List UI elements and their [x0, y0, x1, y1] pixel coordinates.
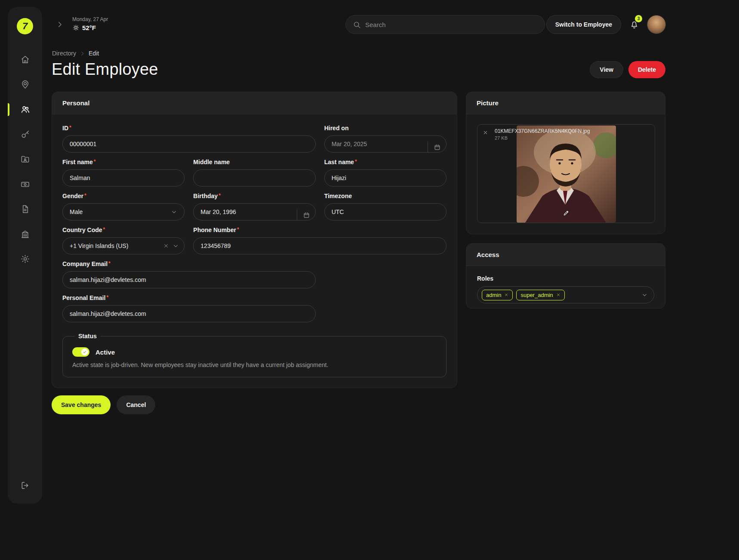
- hired-on-calendar-button[interactable]: [428, 141, 446, 153]
- breadcrumb-directory[interactable]: Directory: [52, 50, 76, 57]
- picture-section: Picture 01KMEFX37GN66ZRARK5N4KQ0FN.jpg 2…: [466, 92, 665, 234]
- field-birthday: Birthday: [193, 193, 315, 220]
- active-toggle-label: Active: [95, 349, 115, 356]
- access-section-title: Access: [466, 244, 665, 266]
- personal-section-title: Personal: [52, 92, 457, 114]
- chevron-down-icon: [171, 209, 177, 215]
- personal-email-label: Personal Email: [62, 294, 316, 301]
- status-legend: Status: [75, 333, 100, 340]
- global-search: [345, 15, 545, 34]
- field-country-code: Country Code +1 Virgin Islands (US): [62, 226, 185, 254]
- role-tag-admin: admin: [482, 290, 513, 300]
- id-label: ID: [62, 125, 316, 132]
- home-icon: [20, 55, 30, 64]
- picture-filesize: 27 KB: [495, 135, 590, 141]
- sidebar-item-payroll[interactable]: [8, 179, 42, 190]
- sidebar-expand-toggle[interactable]: [56, 21, 64, 28]
- company-email-label: Company Email: [62, 260, 316, 267]
- roles-multiselect[interactable]: admin super_admin: [477, 286, 654, 303]
- building-icon: [20, 229, 30, 239]
- search-icon: [353, 21, 361, 29]
- sidebar-item-home[interactable]: [8, 54, 42, 65]
- sidebar-item-pinned[interactable]: [8, 79, 42, 90]
- sidebar-item-directory[interactable]: [8, 104, 42, 115]
- status-fieldset: Status Active Active state is job-driven…: [62, 333, 446, 377]
- phone-input[interactable]: [193, 237, 446, 254]
- switch-to-employee-button[interactable]: Switch to Employee: [546, 15, 621, 34]
- sidebar-item-access[interactable]: [8, 129, 42, 140]
- role-tag-label: super_admin: [520, 292, 553, 298]
- close-icon: [483, 130, 488, 135]
- view-button[interactable]: View: [590, 61, 623, 78]
- search-input[interactable]: [365, 21, 538, 28]
- notifications-button[interactable]: 3: [628, 18, 640, 31]
- sidebar-nav: [8, 54, 42, 264]
- save-changes-button[interactable]: Save changes: [52, 395, 111, 414]
- sun-icon: [72, 24, 80, 31]
- calendar-icon: [303, 211, 310, 219]
- timezone-label: Timezone: [324, 193, 446, 199]
- banknote-icon: [20, 179, 30, 189]
- last-name-label: Last name: [324, 159, 446, 165]
- sidebar: 7: [8, 7, 42, 504]
- status-description: Active state is job-driven. New employee…: [72, 361, 437, 368]
- personal-email-input[interactable]: [62, 305, 316, 322]
- field-last-name: Last name: [324, 159, 446, 187]
- app-logo[interactable]: 7: [17, 18, 33, 34]
- sidebar-item-logout[interactable]: [8, 480, 42, 491]
- current-date: Monday, 27 Apr: [72, 16, 108, 22]
- folder-user-icon: [20, 154, 30, 164]
- sidebar-item-settings[interactable]: [8, 254, 42, 264]
- document-icon: [20, 204, 30, 214]
- personal-section: Personal ID Hired on First name: [52, 92, 457, 388]
- birthday-label: Birthday: [193, 193, 315, 199]
- remove-picture-button[interactable]: [483, 130, 488, 135]
- company-email-input[interactable]: [62, 271, 316, 288]
- temperature: 52°F: [82, 24, 96, 31]
- users-icon: [20, 104, 30, 114]
- birthday-calendar-button[interactable]: [297, 209, 316, 220]
- role-tag-label: admin: [486, 292, 501, 298]
- field-personal-email: Personal Email: [62, 294, 316, 322]
- picture-file-meta: 01KMEFX37GN66ZRARK5N4KQ0FN.jpg 27 KB: [495, 128, 590, 141]
- key-icon: [20, 129, 30, 139]
- first-name-input[interactable]: [62, 169, 185, 187]
- chevron-right-icon: [80, 51, 85, 56]
- roles-label: Roles: [477, 275, 654, 282]
- edit-picture-button[interactable]: [563, 210, 570, 217]
- delete-button[interactable]: Delete: [628, 61, 665, 78]
- check-icon: [83, 350, 87, 354]
- field-gender: Gender Male: [62, 193, 185, 220]
- remove-role-icon[interactable]: [504, 293, 508, 297]
- picture-section-title: Picture: [466, 92, 665, 114]
- last-name-input[interactable]: [324, 169, 446, 187]
- field-first-name: First name: [62, 159, 185, 187]
- country-code-select[interactable]: +1 Virgin Islands (US): [62, 237, 185, 254]
- pencil-icon: [563, 210, 570, 217]
- field-middle-name: Middle name: [193, 159, 315, 187]
- gender-select[interactable]: Male: [62, 203, 185, 220]
- clear-country-icon[interactable]: [163, 243, 169, 249]
- page-title: Edit Employee: [52, 60, 158, 79]
- sidebar-item-hr-folder[interactable]: [8, 154, 42, 165]
- field-timezone: Timezone: [324, 193, 446, 220]
- sidebar-item-documents[interactable]: [8, 204, 42, 214]
- cancel-button[interactable]: Cancel: [117, 395, 155, 414]
- role-tag-super-admin: super_admin: [516, 290, 564, 300]
- field-phone: Phone Number: [193, 226, 446, 254]
- user-avatar[interactable]: [647, 15, 666, 34]
- field-hired-on: Hired on: [324, 125, 446, 153]
- remove-role-icon[interactable]: [556, 293, 560, 297]
- active-toggle[interactable]: [72, 347, 89, 357]
- middle-name-input[interactable]: [193, 169, 315, 187]
- hired-on-label: Hired on: [324, 125, 446, 132]
- app-logo-glyph: 7: [22, 21, 28, 32]
- notification-badge: 3: [635, 15, 642, 22]
- phone-label: Phone Number: [193, 226, 446, 233]
- chevron-right-icon: [56, 21, 64, 28]
- middle-name-label: Middle name: [193, 159, 315, 165]
- id-input[interactable]: [62, 135, 316, 153]
- sidebar-item-company[interactable]: [8, 229, 42, 239]
- country-code-value: +1 Virgin Islands (US): [70, 242, 163, 249]
- timezone-input[interactable]: [324, 203, 446, 220]
